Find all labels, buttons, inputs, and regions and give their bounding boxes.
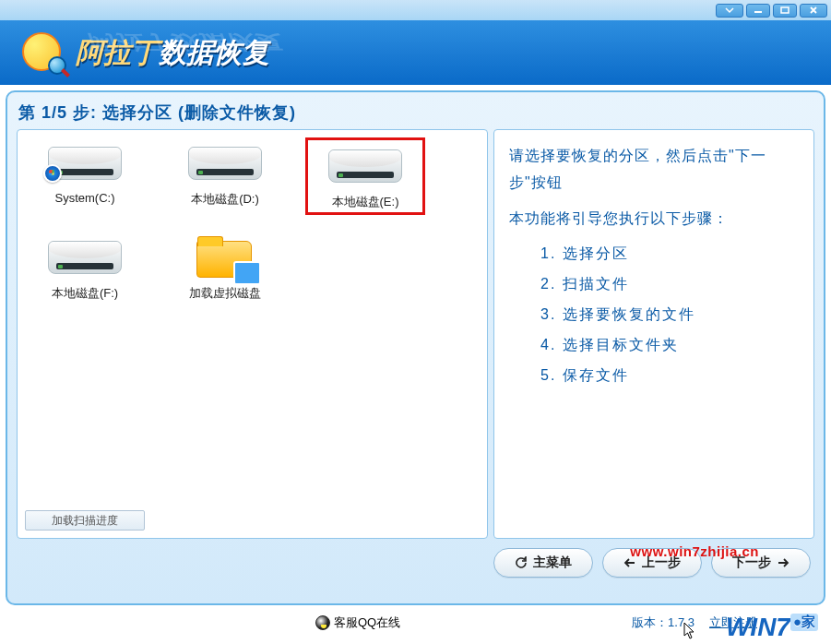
hdd-icon	[324, 144, 407, 190]
drive-item-system-c[interactable]: System(C:)	[25, 137, 145, 215]
hdd-icon	[43, 235, 126, 281]
close-button[interactable]	[800, 4, 827, 18]
refresh-icon	[515, 556, 528, 569]
hdd-icon	[43, 141, 126, 187]
step-item: 4.选择目标文件夹	[540, 332, 799, 359]
drive-label: 本地磁盘(E:)	[310, 194, 421, 210]
partition-list-panel: System(C:) 本地磁盘(D:) 本地磁盘(E:)	[17, 129, 488, 539]
arrow-right-icon	[777, 556, 789, 569]
drive-item-local-d[interactable]: 本地磁盘(D:)	[165, 137, 285, 215]
minimize-button[interactable]	[746, 4, 770, 18]
app-logo-icon	[18, 29, 66, 77]
step-title: 第 1/5 步: 选择分区 (删除文件恢复)	[18, 101, 814, 124]
drive-label: System(C:)	[27, 191, 143, 205]
folder-icon	[193, 235, 257, 281]
window-titlebar	[0, 0, 831, 20]
svg-rect-1	[781, 7, 789, 13]
drive-item-load-virtual[interactable]: 加载虚拟磁盘	[165, 232, 285, 304]
main-menu-button[interactable]: 主菜单	[493, 548, 593, 578]
instruction-steps: 1.选择分区 2.扫描文件 3.选择要恢复的文件 4.选择目标文件夹 5.保存文…	[540, 241, 799, 388]
step-item: 2.扫描文件	[540, 271, 799, 298]
drive-item-local-f[interactable]: 本地磁盘(F:)	[25, 232, 145, 304]
instruction-intro-2: 本功能将引导您执行以下步骤：	[509, 206, 799, 233]
step-item: 5.保存文件	[540, 363, 799, 389]
mouse-cursor-icon	[683, 622, 696, 640]
maximize-button[interactable]	[773, 4, 797, 18]
main-panel: 第 1/5 步: 选择分区 (删除文件恢复) System(C:) 本地磁盘(D…	[6, 90, 825, 605]
drive-label: 加载虚拟磁盘	[167, 285, 283, 302]
step-item: 1.选择分区	[540, 241, 799, 268]
hdd-icon	[184, 141, 267, 187]
app-header: 阿拉丁数据恢复	[0, 20, 831, 85]
drive-grid: System(C:) 本地磁盘(D:) 本地磁盘(E:)	[25, 137, 480, 304]
watermark-text: www.win7zhijia.cn	[630, 543, 759, 559]
step-item: 3.选择要恢复的文件	[540, 302, 799, 328]
instructions-panel: 请选择要恢复的分区，然后点击"下一步"按钮 本功能将引导您执行以下步骤： 1.选…	[493, 129, 814, 539]
app-title: 阿拉丁数据恢复	[76, 34, 269, 72]
drive-label: 本地磁盘(D:)	[167, 191, 283, 208]
load-scan-progress-button[interactable]: 加载扫描进度	[25, 510, 145, 531]
dropdown-button[interactable]	[716, 4, 743, 18]
svg-rect-0	[754, 11, 762, 13]
drive-label: 本地磁盘(F:)	[27, 285, 143, 302]
customer-service-link[interactable]: 客服QQ在线	[315, 614, 400, 631]
qq-icon	[315, 615, 330, 630]
win7-logo: WIN7●家	[726, 613, 818, 642]
drive-item-local-e[interactable]: 本地磁盘(E:)	[305, 137, 425, 215]
status-bar: 客服QQ在线 版本：1.7.3 立即注册 立即购买	[0, 611, 831, 635]
instruction-intro-1: 请选择要恢复的分区，然后点击"下一步"按钮	[509, 143, 799, 197]
